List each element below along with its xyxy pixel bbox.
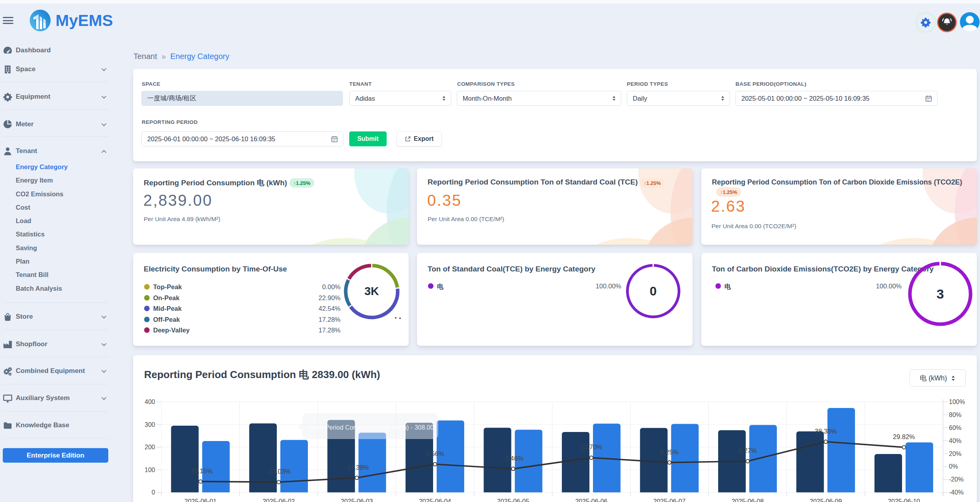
svg-text:300: 300 [144, 421, 155, 428]
svg-text:-24.03%: -24.03% [267, 468, 291, 475]
svg-text:2025-06-09: 2025-06-09 [810, 498, 842, 502]
svg-text:20%: 20% [949, 450, 961, 457]
svg-text:100: 100 [144, 467, 155, 473]
svg-text:0: 0 [152, 489, 155, 496]
svg-text:80%: 80% [949, 412, 961, 418]
svg-text:6.25%: 6.25% [660, 448, 679, 456]
svg-text:2025-06-01: 2025-06-01 [184, 498, 217, 502]
svg-text:400: 400 [144, 399, 155, 405]
svg-text:40%: 40% [949, 437, 961, 444]
svg-text:100%: 100% [949, 399, 965, 405]
svg-text:3.56%: 3.56% [426, 450, 444, 457]
svg-text:Base Period Consumption 电 (kWh: Base Period Consumption 电 (kWh) - 308.00 [309, 424, 434, 431]
svg-text:2025-06-10: 2025-06-10 [888, 498, 920, 502]
svg-text:2025-06-02: 2025-06-02 [263, 498, 295, 502]
svg-text:200: 200 [144, 444, 155, 450]
svg-text:2025-06-04: 2025-06-04 [419, 498, 451, 502]
svg-text:2025-06-08: 2025-06-08 [732, 498, 764, 502]
svg-text:2025-06-07: 2025-06-07 [653, 498, 685, 502]
svg-text:-17.39%: -17.39% [345, 464, 369, 471]
svg-text:-40%: -40% [949, 489, 963, 496]
svg-text:8.27%: 8.27% [738, 447, 757, 454]
svg-text:-23.15%: -23.15% [188, 467, 213, 474]
svg-text:0%: 0% [949, 463, 958, 470]
svg-text:60%: 60% [949, 424, 961, 431]
svg-text:2025-06-06: 2025-06-06 [575, 498, 608, 502]
svg-text:13.70%: 13.70% [580, 443, 602, 450]
svg-text:29.82%: 29.82% [893, 433, 915, 440]
svg-text:38.38%: 38.38% [815, 428, 837, 435]
svg-text:-20%: -20% [949, 476, 963, 483]
svg-text:2025-06-05: 2025-06-05 [497, 498, 529, 502]
svg-text:-3.46%: -3.46% [503, 455, 524, 462]
svg-text:2025-06-03: 2025-06-03 [341, 498, 373, 502]
